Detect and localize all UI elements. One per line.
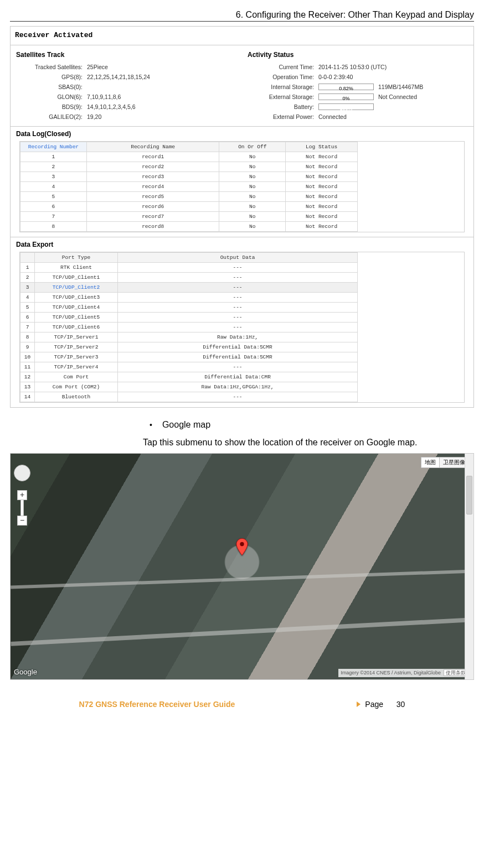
col-port-type[interactable]: Port Type: [35, 253, 118, 263]
zoom-out-button[interactable]: −: [17, 516, 27, 526]
table-row[interactable]: 5record5NoNot Record: [20, 192, 358, 202]
kv-gal: GALILEO(2):19,20: [15, 112, 238, 122]
internal-storage-text: 119MB/14467MB: [378, 82, 423, 92]
divider: [11, 237, 473, 237]
zoom-in-button[interactable]: +: [17, 490, 27, 500]
kv-operation-time: Operation Time:0-0-0 2:39:40: [246, 72, 469, 82]
table-row[interactable]: 13Com Port (COM2)Raw Data:1Hz,GPGGA:1Hz,: [20, 382, 358, 392]
map-type-map-button[interactable]: 地图: [421, 457, 440, 468]
chapter-title: 6. Configuring the Receiver: Other Than …: [236, 10, 474, 19]
data-log-table: Recording Number Recording Name On Or Of…: [20, 142, 358, 232]
table-row[interactable]: 7record7NoNot Record: [20, 212, 358, 222]
data-log-title: Data Log(Closed): [16, 130, 469, 138]
table-row[interactable]: 8TCP/IP_Server1Raw Data:1Hz,: [20, 332, 358, 342]
receiver-activated-label: Receiver Activated: [11, 28, 473, 45]
bullet-icon: •: [150, 421, 152, 429]
kv-glon: GLON(6):7,10,9,11,8,6: [15, 92, 238, 102]
table-row[interactable]: 14Bluetooth---: [20, 392, 358, 402]
map-zoom-control: + −: [17, 490, 27, 526]
data-export-section: Data Export Port Type Output Data 1RTK C…: [11, 241, 473, 405]
map-pan-control[interactable]: [14, 465, 30, 481]
map-satellite-image[interactable]: [11, 454, 473, 679]
col-recording-number[interactable]: Recording Number: [20, 142, 87, 152]
table-row[interactable]: 1record1NoNot Record: [20, 152, 358, 162]
external-storage-bar: 0%: [318, 93, 374, 100]
table-row[interactable]: 4TCP/UDP_Client3---: [20, 293, 358, 303]
bullet-google-map: • Google map: [150, 420, 474, 430]
google-logo: Google: [14, 668, 37, 676]
kv-battery: Battery: 100%: [246, 102, 469, 112]
kv-internal-storage: Internal Storage: 0.82% 119MB/14467MB: [246, 82, 469, 92]
bullet-label: Google map: [162, 420, 210, 430]
triangle-icon: [357, 701, 361, 707]
col-index[interactable]: [20, 253, 35, 263]
table-row[interactable]: 3TCP/UDP_Client2---: [20, 283, 358, 293]
chapter-header: 6. Configuring the Receiver: Other Than …: [10, 10, 474, 22]
table-row[interactable]: 6record6NoNot Record: [20, 202, 358, 212]
col-output-data[interactable]: Output Data: [118, 253, 358, 263]
kv-gps: GPS(8):22,12,25,14,21,18,15,24: [15, 72, 238, 82]
google-map-panel: + − 地图 卫星图像 Google Imagery ©2014 CNES / …: [10, 453, 474, 680]
col-recording-name[interactable]: Recording Name: [86, 142, 219, 152]
table-row[interactable]: 4record4NoNot Record: [20, 182, 358, 192]
kv-bds: BDS(9):14,9,10,1,2,3,4,5,6: [15, 102, 238, 112]
table-row[interactable]: 11TCP/IP_Server4---: [20, 362, 358, 372]
table-header-row: Recording Number Recording Name On Or Of…: [20, 142, 358, 152]
zoom-slider[interactable]: [20, 500, 24, 516]
table-row[interactable]: 7TCP/UDP_Client6---: [20, 323, 358, 332]
col-log-status[interactable]: Log Status: [286, 142, 358, 152]
table-row[interactable]: 1RTK Client---: [20, 263, 358, 273]
kv-sbas: SBAS(0):: [15, 82, 238, 92]
satellites-track-col: Satellites Track Tracked Satellites:25Pi…: [11, 49, 242, 126]
data-log-table-wrap: Recording Number Recording Name On Or Of…: [19, 141, 465, 232]
map-scrollbar[interactable]: [465, 454, 473, 679]
table-row[interactable]: 8record8NoNot Record: [20, 222, 358, 232]
data-log-section: Data Log(Closed) Recording Number Record…: [11, 130, 473, 237]
data-export-table-wrap: Port Type Output Data 1RTK Client---2TCP…: [19, 252, 465, 403]
divider: [11, 45, 473, 45]
table-row[interactable]: 10TCP/IP_Server3Differential Data:SCMR: [20, 352, 358, 362]
page-number: 30: [397, 700, 405, 709]
external-storage-text: Not Connected: [378, 92, 417, 102]
table-row[interactable]: 5TCP/UDP_Client4---: [20, 303, 358, 313]
kv-current-time: Current Time:2014-11-25 10:53:0 (UTC): [246, 62, 469, 72]
page-label: Page: [365, 700, 383, 709]
map-copyright: Imagery ©2014 CNES / Astrium, DigitalGlo…: [338, 669, 470, 677]
activity-status-col: Activity Status Current Time:2014-11-25 …: [242, 49, 473, 126]
table-row[interactable]: 6TCP/UDP_Client5---: [20, 313, 358, 323]
table-row[interactable]: 9TCP/IP_Server2Differential Data:SCMR: [20, 342, 358, 352]
footer-page: Page 30: [357, 700, 405, 709]
table-row[interactable]: 3record3NoNot Record: [20, 172, 358, 182]
activity-status-title: Activity Status: [248, 51, 469, 59]
map-pin-icon: [236, 538, 248, 558]
table-row[interactable]: 2record2NoNot Record: [20, 162, 358, 172]
map-type-switch: 地图 卫星图像: [421, 457, 469, 468]
status-panel: Receiver Activated Satellites Track Trac…: [10, 26, 474, 408]
internal-storage-bar: 0.82%: [318, 84, 374, 90]
kv-external-storage: External Storage: 0% Not Connected: [246, 92, 469, 102]
col-on-off[interactable]: On Or Off: [219, 142, 286, 152]
page-footer: N72 GNSS Reference Receiver User Guide P…: [10, 700, 474, 709]
footer-guide-title: N72 GNSS Reference Receiver User Guide: [79, 700, 235, 709]
table-row[interactable]: 12Com PortDifferential Data:CMR: [20, 372, 358, 382]
body-paragraph: Tap this submenu to show the location of…: [143, 438, 474, 448]
data-export-table: Port Type Output Data 1RTK Client---2TCP…: [20, 252, 358, 402]
table-row[interactable]: 2TCP/UDP_Client1---: [20, 273, 358, 283]
status-row: Satellites Track Tracked Satellites:25Pi…: [11, 49, 473, 126]
kv-tracked: Tracked Satellites:25Piece: [15, 62, 238, 72]
svg-point-0: [240, 542, 244, 546]
table-header-row: Port Type Output Data: [20, 253, 358, 263]
data-export-title: Data Export: [16, 241, 469, 248]
divider: [11, 126, 473, 127]
satellites-track-title: Satellites Track: [16, 51, 238, 59]
scrollbar-thumb[interactable]: [466, 476, 472, 514]
battery-bar: 100%: [318, 103, 374, 110]
